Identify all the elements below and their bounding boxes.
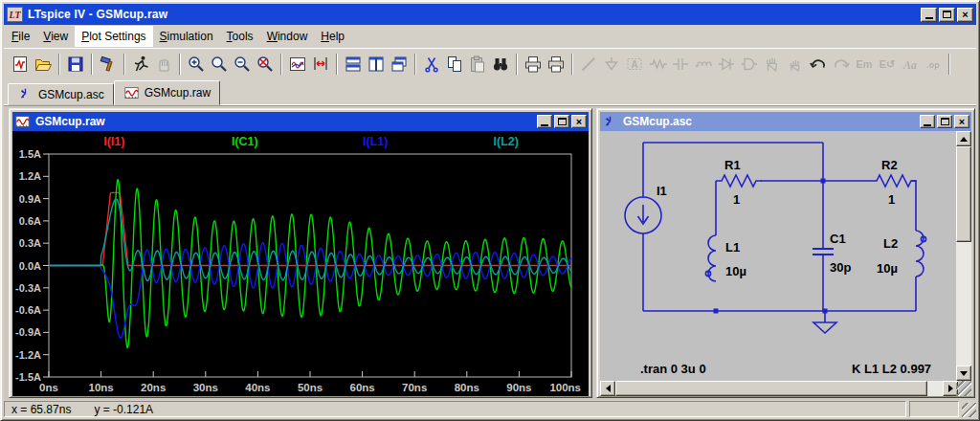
run-icon: [131, 55, 150, 74]
l1-value-label: 10µ: [725, 264, 746, 278]
toolbar-control-panel-button[interactable]: [97, 53, 120, 76]
toolbar-text-button: [899, 53, 922, 76]
toolbar-undo-button[interactable]: [807, 53, 830, 76]
schematic-minimize-button[interactable]: [920, 115, 935, 128]
schematic-horizontal-scrollbar[interactable]: [600, 381, 958, 396]
resistor-icon: [648, 55, 667, 74]
waveform-window-title: GSMcup.raw: [35, 115, 535, 128]
schematic-resize-grip[interactable]: [956, 381, 971, 396]
schematic-maximize-button[interactable]: [937, 115, 952, 128]
i1-ref-label: I1: [657, 184, 667, 198]
toolbar-print-button[interactable]: [545, 53, 568, 76]
tab-gsmcup.raw[interactable]: GSMcup.raw: [114, 80, 220, 105]
toolbar-halt-button: [152, 53, 175, 76]
toolbar-separator: [948, 54, 950, 75]
toolbar-zoom-back-button[interactable]: [208, 53, 231, 76]
waveform-maximize-button[interactable]: [554, 115, 569, 128]
tab-gsmcup.asc[interactable]: GSMcup.asc: [8, 83, 114, 105]
zoom-full-extents-icon: [256, 55, 275, 74]
x-axis-label: 20ns: [141, 382, 166, 393]
toolbar-run-button[interactable]: [129, 53, 152, 76]
scroll-down-button[interactable]: [956, 366, 971, 381]
waveform-minimize-button[interactable]: [537, 115, 552, 128]
menu-plot-settings[interactable]: Plot Settings: [75, 26, 152, 47]
toolbar-separator: [91, 54, 93, 75]
toolbar-tile-vertical-button[interactable]: [365, 53, 388, 76]
legend-trace-I(L1)[interactable]: I(L1): [363, 135, 388, 148]
toolbar-new-schematic-button[interactable]: [9, 53, 32, 76]
diode-icon: [717, 55, 736, 74]
toolbar: [4, 48, 976, 78]
scroll-up-button[interactable]: [956, 131, 971, 146]
scroll-left-button[interactable]: [600, 381, 615, 396]
toolbar-save-button[interactable]: [64, 53, 87, 76]
l2-ref-label: L2: [883, 236, 898, 251]
zoom-in-icon: [187, 55, 206, 74]
cascade-windows-icon: [390, 55, 409, 74]
net-label-icon: [625, 55, 644, 74]
toolbar-cascade-windows-button[interactable]: [388, 53, 411, 76]
schematic-canvas-area: I1 R1 1 R2 1 L1 10µ C1 30p L2 10µ .tran …: [600, 131, 971, 396]
print-icon: [546, 55, 566, 74]
legend-trace-I(L2)[interactable]: I(L2): [494, 135, 519, 148]
toolbar-zoom-out-button[interactable]: [231, 53, 254, 76]
toolbar-cut-button[interactable]: [420, 53, 443, 76]
schematic-window-titlebar[interactable]: GSMcup.asc ×: [600, 112, 971, 131]
menu-file[interactable]: File: [5, 26, 36, 47]
toolbar-autorange-button[interactable]: [309, 53, 332, 76]
status-bar: x = 65.87ns y = -0.121A: [4, 398, 976, 417]
menu-view[interactable]: View: [36, 26, 75, 47]
y-axis-label: -0.6A: [15, 304, 41, 316]
toolbar-ground-button: [600, 53, 623, 76]
l1-ref-label: L1: [725, 240, 740, 255]
r1-ref-label: R1: [724, 158, 741, 172]
toolbar-plot-settings-button[interactable]: [286, 53, 309, 76]
component-icon: [740, 55, 759, 74]
y-axis-label: -1.5A: [15, 371, 41, 383]
horizontal-scroll-thumb[interactable]: [615, 381, 927, 396]
toolbar-zoom-full-extents-button[interactable]: [254, 53, 277, 76]
y-axis-label: 0.6A: [19, 215, 41, 227]
toolbar-copy-button[interactable]: [443, 53, 466, 76]
ground-icon: [602, 55, 621, 74]
toolbar-paste-button: [466, 53, 489, 76]
menu-window[interactable]: Window: [260, 26, 315, 47]
capacitor-icon: [671, 55, 690, 74]
y-axis-label: 1.2A: [19, 170, 41, 182]
toolbar-spice-directive-button: [922, 53, 945, 76]
schematic-close-button[interactable]: ×: [954, 115, 969, 128]
menu-simulation[interactable]: Simulation: [153, 26, 220, 47]
legend-trace-I(I1)[interactable]: I(I1): [103, 135, 124, 148]
toolbar-mirror-button: [853, 53, 876, 76]
menu-help[interactable]: Help: [314, 26, 351, 47]
maximize-button[interactable]: [939, 8, 955, 22]
vertical-scroll-thumb[interactable]: [956, 146, 971, 242]
close-button[interactable]: ×: [957, 8, 973, 22]
trace-group: [49, 180, 571, 348]
find-icon: [491, 55, 510, 74]
schematic-canvas[interactable]: I1 R1 1 R2 1 L1 10µ C1 30p L2 10µ .tran …: [600, 131, 958, 381]
y-axis-label: -1.2A: [15, 349, 41, 361]
toolbar-tile-horizontal-button[interactable]: [342, 53, 365, 76]
schematic-vertical-scrollbar[interactable]: [956, 131, 971, 381]
toolbar-separator: [336, 54, 338, 75]
window-resize-grip[interactable]: [962, 403, 976, 417]
minimize-button[interactable]: [921, 8, 937, 22]
mirror-icon: [855, 55, 874, 74]
waveform-window-titlebar[interactable]: GSMcup.raw ×: [12, 112, 589, 131]
waveform-plot-area[interactable]: I(I1)I(C1)I(L1)I(L2)1.5A1.2A0.9A0.6A0.3A…: [12, 131, 589, 396]
legend-trace-I(C1)[interactable]: I(C1): [232, 135, 258, 148]
toolbar-find-button[interactable]: [489, 53, 512, 76]
toolbar-open-button[interactable]: [32, 53, 55, 76]
toolbar-inductor-button: [692, 53, 715, 76]
waveform-close-button[interactable]: ×: [571, 115, 587, 128]
x-axis-label: 80ns: [455, 382, 479, 393]
x-axis-label: 40ns: [245, 382, 270, 393]
toolbar-print-preview-button[interactable]: [522, 53, 545, 76]
menu-tools[interactable]: Tools: [220, 26, 260, 47]
toolbar-zoom-in-button[interactable]: [185, 53, 208, 76]
waveform-plot[interactable]: I(I1)I(C1)I(L1)I(L2)1.5A1.2A0.9A0.6A0.3A…: [12, 131, 590, 396]
schematic-doc-icon: [17, 87, 33, 101]
main-titlebar[interactable]: LT LTspice IV - GSMcup.raw ×: [4, 4, 976, 25]
toolbar-rotate-button: [876, 53, 899, 76]
